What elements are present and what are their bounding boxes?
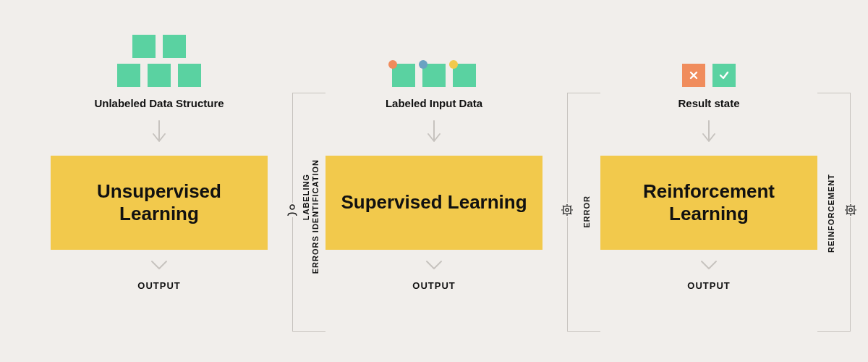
loop-label: ERROR: [582, 195, 591, 228]
label-dot-icon: [388, 60, 397, 69]
loop-label: ERRORS IDENTIFICATION: [311, 159, 320, 274]
data-square: [117, 64, 140, 87]
data-square: [178, 64, 201, 87]
result-good-icon: [712, 64, 736, 87]
reinforcement-column: ERROR REINFORCEMENT Result state Reinfor…: [600, 29, 817, 333]
reinforcement-box: Reinforcement Learning: [600, 156, 817, 250]
supervised-column: LABELING ERRORS IDENTIFICATION Labeled I…: [326, 29, 542, 333]
input-label: Unlabeled Data Structure: [94, 97, 224, 109]
chevron-down-icon: [699, 258, 719, 274]
diagram-container: Unlabeled Data Structure Unsupervised Le…: [0, 0, 868, 362]
supervised-box: Supervised Learning: [326, 156, 542, 250]
result-bad-icon: [682, 64, 705, 87]
data-square: [163, 35, 186, 58]
output-label: OUTPUT: [412, 280, 455, 291]
box-title: Reinforcement Learning: [608, 180, 810, 225]
input-label: Result state: [678, 97, 739, 109]
arrow-down-icon: [150, 119, 168, 146]
input-label: Labeled Input Data: [386, 97, 482, 109]
svg-point-2: [566, 209, 569, 211]
labeled-square: [453, 64, 476, 87]
person-icon: [285, 203, 299, 217]
data-square: [148, 64, 171, 87]
label-dot-icon: [449, 60, 458, 69]
arrow-down-icon: [425, 119, 443, 146]
labeled-square: [422, 64, 446, 87]
result-state-icon: [682, 29, 736, 87]
unsupervised-column: Unlabeled Data Structure Unsupervised Le…: [51, 29, 268, 333]
arrow-down-icon: [700, 119, 718, 146]
unlabeled-data-icon: [117, 29, 201, 87]
chip-icon: [843, 203, 858, 217]
loop-label: LABELING: [302, 174, 310, 220]
data-square: [132, 35, 156, 58]
output-label: OUTPUT: [137, 280, 180, 291]
unsupervised-box: Unsupervised Learning: [51, 156, 268, 250]
chevron-down-icon: [149, 258, 169, 274]
loop-label: REINFORCEMENT: [827, 174, 835, 253]
box-title: Supervised Learning: [341, 191, 527, 214]
svg-rect-3: [847, 206, 854, 214]
output-label: OUTPUT: [687, 280, 730, 291]
svg-rect-1: [563, 206, 571, 214]
box-title: Unsupervised Learning: [58, 180, 260, 225]
labeled-data-icon: [392, 29, 476, 87]
labeled-square: [392, 64, 415, 87]
chevron-down-icon: [424, 258, 444, 274]
svg-point-0: [290, 205, 294, 209]
chip-icon: [560, 203, 574, 217]
label-dot-icon: [419, 60, 427, 69]
svg-point-4: [849, 209, 852, 211]
